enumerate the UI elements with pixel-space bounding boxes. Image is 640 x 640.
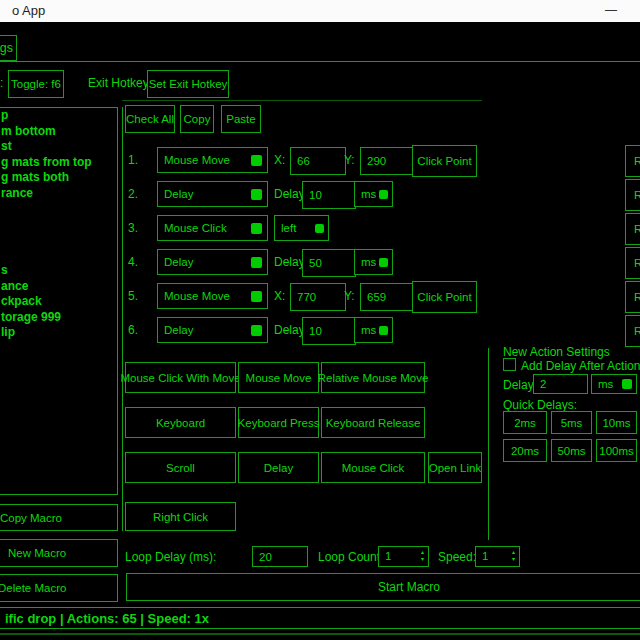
list-item[interactable]: g mats both	[0, 170, 117, 186]
loop-count-stepper[interactable]: 1 ▴ ▾	[378, 546, 429, 567]
delay-label: Delay	[274, 187, 305, 201]
add-mouse-click-with-move-button[interactable]: Mouse Click With Move	[125, 362, 236, 393]
list-item[interactable]: ckpack	[0, 294, 117, 310]
y-input[interactable]: 659	[360, 283, 415, 311]
spinner-up-icon[interactable]: ▴	[421, 549, 424, 556]
quick-delay-20ms-button[interactable]: 20ms	[503, 439, 547, 462]
add-mouse-move-button[interactable]: Mouse Move	[238, 362, 319, 393]
remove-button[interactable]: R	[625, 315, 640, 347]
y-input[interactable]: 290	[360, 147, 415, 175]
loop-count-label: Loop Count:	[318, 550, 383, 564]
add-keyboard-button[interactable]: Keyboard	[125, 407, 236, 438]
list-item[interactable]: ance	[0, 279, 117, 295]
remove-button[interactable]: R	[625, 281, 640, 313]
list-item[interactable]: st	[0, 139, 117, 155]
loop-delay-input[interactable]: 20	[252, 546, 308, 567]
settings-unit-dropdown[interactable]: ms	[591, 374, 637, 394]
unit-value: ms	[361, 188, 376, 200]
list-item[interactable]: m bottom	[0, 124, 117, 140]
remove-button[interactable]: R	[625, 213, 640, 245]
click-point-button[interactable]: Click Point	[412, 145, 477, 177]
add-delay-checkbox[interactable]	[503, 358, 516, 371]
spinner-down-icon[interactable]: ▾	[421, 556, 424, 563]
add-relative-mouse-move-button[interactable]: Relative Mouse Move	[321, 362, 425, 393]
delay-input[interactable]: 50	[302, 249, 356, 277]
action-number: 2.	[128, 187, 138, 201]
settings-delay-label: Delay:	[503, 378, 537, 392]
action-number: 4.	[128, 255, 138, 269]
copy-macro-button[interactable]: Copy Macro	[0, 504, 118, 531]
y-label: Y:	[344, 289, 355, 303]
remove-button[interactable]: R	[625, 247, 640, 279]
dropdown-indicator-icon	[251, 291, 262, 302]
set-exit-hotkey-button[interactable]: Set Exit Hotkey	[147, 70, 229, 98]
add-mouse-click-button[interactable]: Mouse Click	[321, 452, 425, 483]
dropdown-indicator-icon	[251, 223, 262, 234]
spinner-down-icon[interactable]: ▾	[512, 556, 515, 563]
minimize-icon[interactable]: —	[594, 0, 628, 22]
quick-delays-label: Quick Delays:	[503, 398, 577, 412]
action-type-value: Delay	[164, 188, 193, 200]
list-item[interactable]: p	[0, 108, 117, 124]
unit-dropdown[interactable]: ms	[354, 317, 393, 343]
paste-button[interactable]: Paste	[221, 105, 261, 133]
delay-input[interactable]: 10	[302, 317, 356, 345]
dropdown-indicator-icon	[251, 257, 262, 268]
add-right-click-button[interactable]: Right Click	[125, 502, 236, 531]
quick-delay-50ms-button[interactable]: 50ms	[551, 439, 592, 462]
list-item[interactable]	[0, 201, 117, 217]
new-macro-button[interactable]: New Macro	[0, 539, 118, 567]
copy-button[interactable]: Copy	[180, 105, 214, 133]
list-item[interactable]: s	[0, 263, 117, 279]
x-input[interactable]: 66	[290, 147, 346, 175]
action-type-dropdown[interactable]: Mouse Click	[157, 215, 268, 241]
add-open-link-button[interactable]: Open Link	[428, 452, 482, 483]
add-delay-button[interactable]: Delay	[238, 452, 319, 483]
start-macro-button[interactable]: Start Macro	[126, 573, 640, 601]
list-item[interactable]: rance	[0, 186, 117, 202]
delay-input[interactable]: 10	[302, 181, 356, 209]
action-type-dropdown[interactable]: Delay	[157, 317, 268, 343]
action-type-dropdown[interactable]: Mouse Move	[157, 283, 268, 309]
spinner-up-icon[interactable]: ▴	[512, 549, 515, 556]
click-point-button[interactable]: Click Point	[412, 281, 477, 313]
list-item[interactable]: torage 999	[0, 310, 117, 326]
list-item[interactable]	[0, 248, 117, 264]
action-type-dropdown[interactable]: Delay	[157, 249, 268, 275]
delay-label: Delay	[274, 255, 305, 269]
list-item[interactable]	[0, 217, 117, 233]
check-all-button[interactable]: Check All	[125, 105, 175, 133]
main-panel-top-border	[122, 100, 482, 101]
toggle-hotkey-button[interactable]: Toggle: f6	[8, 70, 64, 98]
remove-button[interactable]: R	[625, 145, 640, 177]
list-item[interactable]: g mats from top	[0, 155, 117, 171]
action-row: 4. Delay Delay 50 ms R	[122, 249, 640, 275]
action-row: 5. Mouse Move X: 770 Y: 659 Click Point …	[122, 283, 640, 309]
speed-stepper[interactable]: 1 ▴ ▾	[475, 546, 520, 567]
quick-delay-100ms-button[interactable]: 100ms	[596, 439, 637, 462]
add-scroll-button[interactable]: Scroll	[125, 452, 236, 483]
quick-delay-5ms-button[interactable]: 5ms	[551, 411, 592, 434]
list-item[interactable]: lip	[0, 325, 117, 341]
x-input[interactable]: 770	[290, 283, 346, 311]
status-bar: ific drop | Actions: 65 | Speed: 1x	[0, 607, 640, 629]
settings-panel-divider	[488, 348, 489, 540]
action-type-value: Delay	[164, 324, 193, 336]
action-type-dropdown[interactable]: Delay	[157, 181, 268, 207]
remove-button[interactable]: R	[625, 179, 640, 211]
add-delay-label: Add Delay After Action	[521, 359, 640, 373]
settings-delay-input[interactable]: 2	[533, 374, 588, 394]
quick-delay-2ms-button[interactable]: 2ms	[503, 411, 547, 434]
tab-settings[interactable]: gs	[0, 35, 17, 61]
unit-dropdown[interactable]: ms	[354, 249, 393, 275]
action-row: 6. Delay Delay 10 ms R	[122, 317, 640, 343]
dropdown-indicator-icon	[379, 326, 388, 335]
unit-dropdown[interactable]: ms	[354, 181, 393, 207]
action-type-dropdown[interactable]: Mouse Move	[157, 147, 268, 173]
delete-macro-button[interactable]: Delete Macro	[0, 574, 118, 602]
quick-delay-10ms-button[interactable]: 10ms	[596, 411, 637, 434]
add-keyboard-release-button[interactable]: Keyboard Release	[321, 407, 425, 438]
list-item[interactable]	[0, 232, 117, 248]
add-keyboard-press-button[interactable]: Keyboard Press	[238, 407, 319, 438]
mouse-button-dropdown[interactable]: left	[274, 215, 329, 241]
